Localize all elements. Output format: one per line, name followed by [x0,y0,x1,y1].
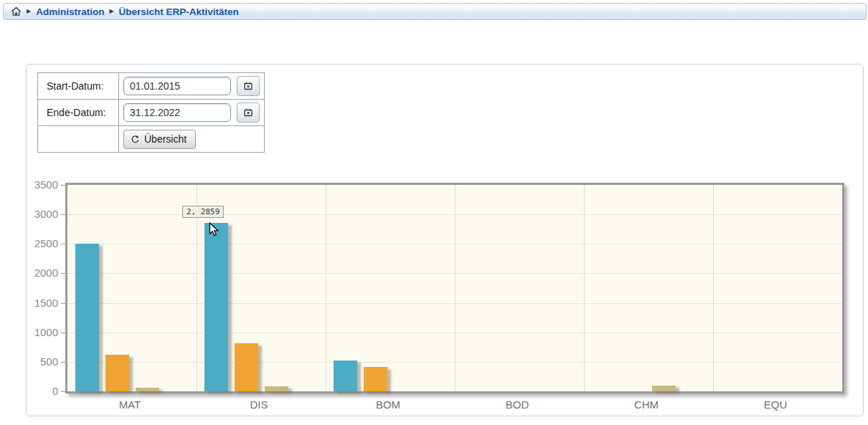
gridline-vertical [326,185,326,391]
gridline-vertical [713,185,714,391]
breadcrumb: ▶ Administration ▶ Übersicht ERP-Aktivit… [3,3,867,20]
y-axis-label: 0 [27,385,58,398]
breadcrumb-separator-icon: ▶ [27,9,31,14]
bar-chm-series3[interactable] [652,386,676,391]
bar-chart: 2, 2859 0500100015002000250030003500MATD… [27,176,862,416]
x-axis-label: BOD [453,398,582,411]
bar-mat-series2[interactable] [105,355,129,391]
y-axis-label: 2000 [27,267,58,280]
y-axis-label: 1000 [27,326,58,339]
x-axis-label: BOM [324,398,453,411]
gridline-vertical [455,185,456,391]
bar-dis-series1[interactable] [204,223,228,391]
bar-dis-series3[interactable] [265,386,288,391]
y-axis-tick [61,333,65,333]
x-axis-label: DIS [194,398,324,411]
bar-dis-series2[interactable] [235,343,258,391]
chart-tooltip: 2, 2859 [182,206,224,218]
breadcrumb-item-current[interactable]: Übersicht ERP-Aktivitäten [119,6,239,17]
y-axis-tick [61,303,65,304]
bar-mat-series1[interactable] [75,244,99,391]
submit-row: Übersicht [38,126,265,153]
calendar-icon [244,82,253,90]
end-date-calendar-button[interactable] [237,102,260,123]
y-axis-tick [61,244,65,244]
bar-mat-series3[interactable] [136,388,159,391]
start-date-calendar-button[interactable] [237,76,260,96]
x-axis-label: CHM [582,398,711,411]
y-axis-label: 1500 [27,297,58,310]
calendar-icon [244,108,253,117]
x-axis-label: MAT [65,398,194,411]
breadcrumb-separator-icon: ▶ [109,9,113,14]
y-axis-tick [61,273,65,274]
y-axis-tick [61,362,65,363]
start-date-row: Start-Datum: [38,73,265,100]
y-axis-label: 2500 [27,237,58,250]
breadcrumb-item-administration[interactable]: Administration [36,6,104,17]
end-date-input[interactable] [123,103,231,122]
uebersicht-button[interactable]: Übersicht [123,130,196,149]
filter-form: Start-Datum: Ende-Datum: [37,72,265,153]
home-icon[interactable] [11,6,22,16]
y-axis-label: 3000 [27,208,58,221]
uebersicht-button-label: Übersicht [144,133,187,145]
content-panel: Start-Datum: Ende-Datum: [26,64,864,416]
start-date-input[interactable] [123,77,231,95]
y-axis-tick [61,391,65,392]
bar-bom-series1[interactable] [334,360,357,391]
start-date-label: Start-Datum: [38,73,119,100]
y-axis-label: 3500 [27,178,58,191]
refresh-icon [131,135,140,144]
bar-bom-series2[interactable] [364,367,387,391]
end-date-row: Ende-Datum: [38,100,265,126]
y-axis-tick [61,185,65,186]
x-axis-label: EQU [711,398,840,411]
end-date-label: Ende-Datum: [38,100,119,126]
y-axis-label: 500 [27,355,58,368]
empty-cell [38,126,119,153]
mouse-cursor [209,222,221,238]
gridline-vertical [584,185,585,391]
y-axis-tick [61,214,65,215]
